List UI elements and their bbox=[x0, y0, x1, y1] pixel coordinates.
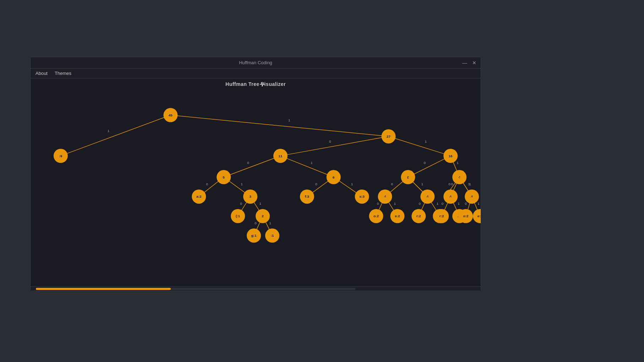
svg-text:0: 0 bbox=[448, 182, 451, 186]
svg-text:1: 1 bbox=[241, 182, 243, 186]
huffman-tree-svg: .edge { stroke: #e8960a; stroke-width: 1… bbox=[31, 78, 481, 286]
svg-text:1: 1 bbox=[425, 139, 427, 143]
svg-text:0: 0 bbox=[465, 202, 467, 205]
title-bar: Huffman Coding — ✕ bbox=[31, 57, 481, 68]
svg-text:1: 1 bbox=[351, 182, 353, 186]
svg-text:g:1: g:1 bbox=[251, 234, 257, 237]
svg-text:5: 5 bbox=[223, 175, 225, 179]
svg-text:0: 0 bbox=[419, 202, 421, 205]
svg-line-0 bbox=[61, 115, 171, 156]
svg-text:16: 16 bbox=[449, 154, 453, 158]
svg-text:6: 6 bbox=[333, 175, 335, 179]
svg-text:s:3: s:3 bbox=[359, 194, 365, 198]
svg-text:1: 1 bbox=[421, 182, 423, 186]
menubar: About Themes bbox=[31, 68, 481, 78]
svg-text:2: 2 bbox=[262, 214, 264, 218]
svg-line-2 bbox=[170, 115, 388, 136]
svg-text:0: 0 bbox=[424, 161, 426, 165]
svg-text:27: 27 bbox=[387, 135, 391, 138]
scrollbar-track[interactable] bbox=[36, 288, 355, 290]
close-button[interactable]: ✕ bbox=[471, 60, 478, 65]
application-window: Huffman Coding — ✕ About Themes Huffman … bbox=[30, 57, 481, 291]
svg-text:0: 0 bbox=[315, 182, 317, 186]
svg-text:1: 1 bbox=[269, 221, 271, 225]
svg-text:0: 0 bbox=[255, 221, 257, 225]
svg-text:0: 0 bbox=[247, 161, 249, 165]
svg-text:0: 0 bbox=[329, 139, 331, 143]
svg-text:0: 0 bbox=[441, 202, 443, 205]
svg-text:1: 1 bbox=[108, 129, 110, 133]
svg-line-4 bbox=[280, 136, 389, 156]
content-area: Huffman Tree Visualizer ✛ .edge { stroke… bbox=[31, 78, 481, 286]
svg-text:0: 0 bbox=[240, 202, 242, 205]
window-title: Huffman Coding bbox=[239, 60, 272, 65]
svg-line-6 bbox=[388, 136, 451, 156]
svg-text::1: :1 bbox=[271, 234, 274, 237]
svg-text:f:3: f:3 bbox=[305, 194, 310, 198]
svg-text:0: 0 bbox=[391, 182, 393, 186]
svg-line-10 bbox=[280, 156, 334, 177]
svg-text:1: 1 bbox=[394, 202, 396, 205]
svg-line-8 bbox=[224, 156, 280, 177]
svg-text:0: 0 bbox=[206, 182, 208, 186]
svg-text:1: 1 bbox=[436, 202, 438, 205]
menu-about[interactable]: About bbox=[33, 70, 50, 77]
svg-text:45: 45 bbox=[169, 113, 173, 117]
scrollbar-thumb[interactable] bbox=[36, 288, 171, 290]
scrollbar-area bbox=[31, 286, 481, 291]
svg-text:e:2: e:2 bbox=[477, 214, 481, 218]
svg-text:1: 1 bbox=[469, 182, 471, 186]
svg-text:1: 1 bbox=[311, 161, 313, 165]
svg-text:0: 0 bbox=[451, 182, 453, 186]
svg-text:1: 1 bbox=[259, 202, 261, 205]
window-controls: — ✕ bbox=[461, 60, 478, 65]
svg-text:11: 11 bbox=[278, 154, 283, 158]
svg-text:1: 1 bbox=[477, 202, 480, 205]
minimize-button[interactable]: — bbox=[461, 60, 469, 65]
svg-text:o:2: o:2 bbox=[463, 214, 469, 218]
svg-text:a:2: a:2 bbox=[196, 194, 202, 198]
svg-text:(:1: (:1 bbox=[236, 214, 240, 218]
svg-text::9: :9 bbox=[59, 154, 62, 158]
svg-text:1: 1 bbox=[458, 202, 460, 205]
svg-text:1: 1 bbox=[457, 161, 459, 165]
svg-text:e:2: e:2 bbox=[395, 214, 400, 218]
outer-background: Huffman Coding — ✕ About Themes Huffman … bbox=[0, 0, 644, 362]
svg-text:1: 1 bbox=[288, 118, 290, 122]
svg-text:3: 3 bbox=[249, 194, 251, 198]
svg-line-12 bbox=[408, 156, 451, 177]
svg-text:r:2: r:2 bbox=[440, 214, 444, 218]
svg-text:0: 0 bbox=[377, 202, 379, 205]
menu-themes[interactable]: Themes bbox=[52, 70, 74, 77]
